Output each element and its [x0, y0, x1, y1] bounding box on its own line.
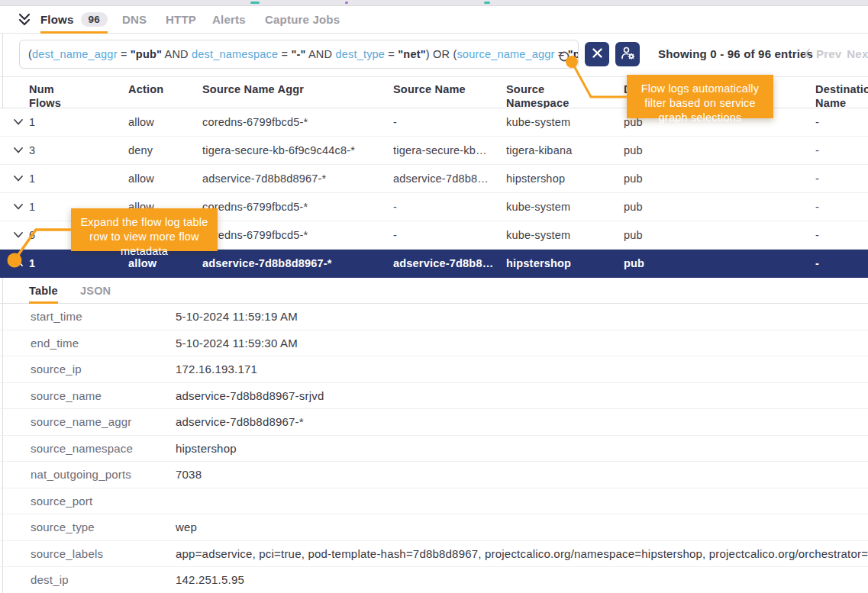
callout-expand-row-info: Expand the flow log table row to view mo…	[71, 208, 218, 251]
flow-detail-tab-bar: Table JSON	[0, 278, 868, 304]
detail-row: dest_ip142.251.5.95	[0, 567, 868, 593]
user-settings-button[interactable]	[615, 42, 640, 66]
tab-active-underline	[40, 31, 108, 34]
col-action[interactable]: Action	[128, 82, 202, 96]
x-mark-icon	[592, 48, 602, 60]
collapse-panel-icon[interactable]	[17, 12, 32, 27]
query-field-name: source_name_aggr	[457, 48, 554, 60]
query-field-name: dest_type	[335, 48, 385, 60]
col-source-namespace[interactable]: Source Namespace	[506, 82, 624, 110]
flow-row[interactable]: 1 allow adservice-7d8b8d8967-* adservice…	[0, 165, 868, 193]
tab-dns[interactable]: DNS	[122, 6, 147, 33]
flow-detail-table: start_time5-10-2024 11:59:19 AM end_time…	[0, 304, 868, 593]
col-source-name-aggr[interactable]: Source Name Aggr	[202, 82, 393, 96]
tab-alerts[interactable]: Alerts	[212, 6, 246, 33]
pagination-controls: Prev Next	[804, 47, 868, 60]
detail-row: source_nameadservice-7d8b8d8967-srjvd	[0, 383, 868, 410]
query-field-name: dest_name_aggr	[32, 48, 118, 60]
detail-row: source_namespacehipstershop	[0, 436, 868, 462]
detail-row: source_port	[0, 488, 868, 515]
expand-row-icon[interactable]	[0, 119, 29, 125]
tab-http[interactable]: HTTP	[166, 6, 196, 33]
query-value: "-"	[291, 48, 305, 60]
chevron-left-icon[interactable]	[804, 48, 811, 60]
col-destination-name[interactable]: Destination Name	[815, 82, 868, 110]
tab-capture-jobs[interactable]: Capture Jobs	[265, 6, 340, 33]
next-button[interactable]: Next	[847, 47, 868, 60]
flow-logs-panel: { "top_tabs": { "items": [ {"label": "Fl…	[0, 0, 868, 593]
query-value: "pub"	[131, 48, 162, 60]
pagination-summary: Showing 0 - 96 of 96 entries	[658, 47, 813, 60]
detail-row: source_labelsapp=adservice, pci=true, po…	[0, 541, 868, 568]
expand-row-icon[interactable]	[0, 204, 29, 210]
flows-count-badge: 96	[81, 12, 108, 27]
col-num-flows[interactable]: Num Flows	[29, 82, 128, 110]
detail-row: start_time5-10-2024 11:59:19 AM	[0, 304, 868, 330]
strip-mark-purple	[345, 2, 348, 4]
expand-row-icon[interactable]	[0, 176, 29, 182]
detail-row: end_time5-10-2024 11:59:30 AM	[0, 330, 868, 357]
flow-row[interactable]: 3 deny tigera-secure-kb-6f9c9c44c8-* tig…	[0, 137, 868, 165]
query-field-name: dest_namespace	[192, 48, 278, 60]
col-source-name[interactable]: Source Name	[393, 82, 506, 96]
expand-row-icon[interactable]	[0, 147, 29, 153]
callout-filter-info: Flow logs automatically filter based on …	[627, 75, 773, 118]
flow-logs-tab-bar: Flows 96 DNS HTTP Alerts Capture Jobs	[0, 6, 868, 34]
detail-tab-table[interactable]: Table	[29, 278, 58, 303]
search-icon[interactable]	[558, 47, 573, 62]
query-value: "net"	[398, 48, 426, 60]
detail-row: source_typewep	[0, 514, 868, 541]
detail-row: source_ip172.16.193.171	[0, 356, 868, 383]
expand-row-icon[interactable]	[0, 232, 29, 238]
top-edge-strip	[0, 0, 868, 6]
detail-row: source_name_aggradservice-7d8b8d8967-*	[0, 409, 868, 436]
strip-mark-teal-2	[484, 2, 490, 4]
filter-query-input[interactable]: (dest_name_aggr = "pub" AND dest_namespa…	[19, 40, 579, 69]
tab-flows[interactable]: Flows 96	[40, 6, 108, 33]
collapse-row-icon[interactable]	[0, 260, 29, 266]
strip-mark-teal	[250, 2, 260, 4]
prev-button[interactable]: Prev	[816, 47, 841, 60]
detail-tab-json[interactable]: JSON	[80, 278, 111, 303]
tab-flows-label: Flows	[40, 13, 74, 26]
clear-filter-button[interactable]	[585, 42, 609, 66]
detail-row: nat_outgoing_ports7038	[0, 462, 868, 488]
person-gear-icon	[621, 46, 635, 63]
